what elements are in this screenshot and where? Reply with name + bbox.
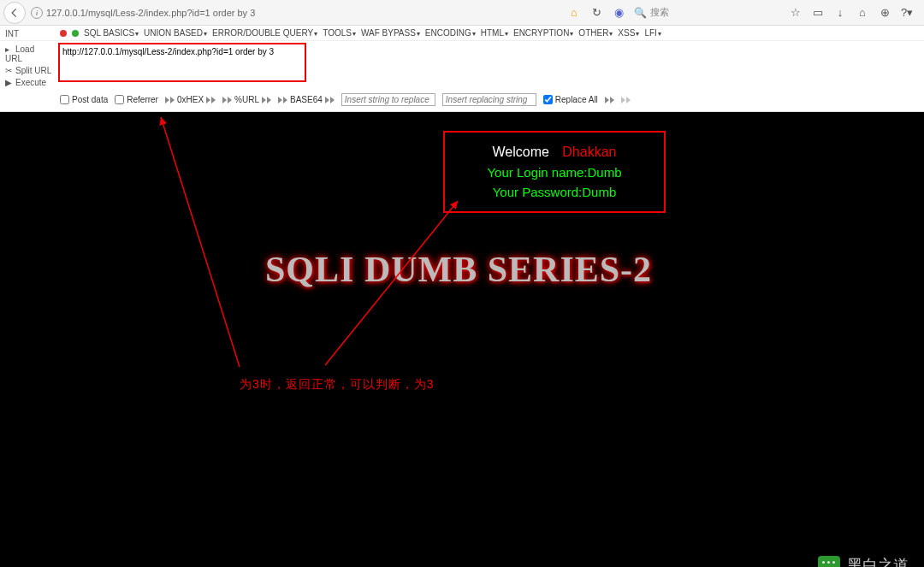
referrer-checkbox[interactable]: Referrer	[115, 95, 158, 104]
url-text: 127.0.0.1/mysql/Less-2/index.php?id=1 or…	[46, 8, 255, 18]
insert-string-input[interactable]	[341, 93, 435, 106]
url-encode[interactable]: %URL	[222, 95, 271, 104]
back-button[interactable]	[3, 2, 26, 24]
menu-lfi[interactable]: LFI	[644, 28, 660, 38]
welcome-label: Welcome	[493, 145, 549, 159]
svg-line-0	[161, 117, 240, 367]
status-dot-green	[72, 30, 79, 37]
hackbar-menu: SQL BASICS UNION BASED ERROR/DOUBLE QUER…	[0, 26, 924, 41]
globe-icon[interactable]: ⊕	[878, 6, 891, 20]
arrow-left-icon	[9, 7, 21, 19]
replace-string-input[interactable]	[442, 93, 536, 106]
clipboard-icon[interactable]: ▭	[811, 6, 825, 20]
reload-icon[interactable]: ↻	[589, 6, 603, 20]
menu-other[interactable]: OTHER	[578, 28, 613, 38]
url-field[interactable]: i 127.0.0.1/mysql/Less-2/index.php?id=1 …	[31, 7, 287, 19]
browser-addressbar: i 127.0.0.1/mysql/Less-2/index.php?id=1 …	[0, 0, 924, 26]
load-url-button[interactable]: ▸Load URL	[5, 44, 53, 63]
split-url-button[interactable]: ✂Split URL	[5, 66, 53, 75]
apply2-icon[interactable]	[621, 97, 631, 103]
annotation-text: 为3时，返回正常，可以判断，为3	[240, 377, 435, 393]
hackbar-url-input[interactable]	[58, 43, 306, 82]
page-banner: SQLI DUMB SERIES-2	[265, 249, 652, 290]
search-icon: 🔍	[634, 7, 647, 19]
page-content: Welcome Dhakkan Your Login name:Dumb You…	[0, 112, 924, 567]
welcome-box: Welcome Dhakkan Your Login name:Dumb You…	[443, 131, 666, 213]
int-label: INT	[5, 29, 19, 38]
downloads-icon[interactable]: ↓	[833, 6, 847, 20]
menu-sql-basics[interactable]: SQL BASICS	[84, 28, 139, 38]
menu-html[interactable]: HTML	[481, 28, 508, 38]
hex-encode[interactable]: 0xHEX	[165, 95, 216, 104]
menu-xss[interactable]: XSS	[618, 28, 639, 38]
execute-icon: ▶	[5, 78, 14, 86]
password-line: Your Password:Dumb	[453, 185, 655, 199]
load-icon: ▸	[5, 44, 14, 53]
help-icon[interactable]: ?▾	[900, 6, 914, 20]
home2-icon[interactable]: ⌂	[856, 6, 869, 20]
base64-encode[interactable]: BASE64	[278, 95, 335, 104]
menu-encryption[interactable]: ENCRYPTION	[513, 28, 573, 38]
search-placeholder: 搜索	[650, 6, 669, 19]
search-box[interactable]: 🔍 搜索	[634, 6, 669, 19]
info-icon: i	[31, 7, 43, 19]
menu-error-double[interactable]: ERROR/DOUBLE QUERY	[212, 28, 317, 38]
annotation-arrow-1	[137, 110, 257, 375]
watermark-text: 黑白之道	[847, 555, 909, 567]
execute-button[interactable]: ▶Execute	[5, 78, 53, 87]
watermark: 黑白之道	[818, 555, 909, 567]
menu-union-based[interactable]: UNION BASED	[144, 28, 207, 38]
hackbar-sidebar: ▸Load URL ✂Split URL ▶Execute	[5, 43, 53, 87]
toolbar-right: ⌂ ↻ ◉ 🔍 搜索 ☆ ▭ ↓ ⌂ ⊕ ?▾	[567, 6, 921, 20]
login-name-line: Your Login name:Dumb	[453, 165, 655, 180]
status-dot-red	[60, 30, 67, 37]
menu-encoding[interactable]: ENCODING	[425, 28, 476, 38]
welcome-name: Dhakkan	[562, 145, 616, 159]
hackbar-tools: Post data Referrer 0xHEX %URL BASE64 Rep…	[0, 91, 924, 112]
split-icon: ✂	[5, 66, 14, 74]
wechat-icon	[818, 556, 840, 567]
menu-tools[interactable]: TOOLS	[323, 28, 356, 38]
home-icon[interactable]: ⌂	[567, 6, 581, 20]
replace-all-checkbox[interactable]: Replace All	[543, 95, 598, 104]
shield-icon[interactable]: ◉	[612, 6, 625, 20]
menu-waf-bypass[interactable]: WAF BYPASS	[361, 28, 420, 38]
apply-icon[interactable]	[605, 97, 614, 103]
hackbar-panel: INT SQL BASICS UNION BASED ERROR/DOUBLE …	[0, 26, 924, 112]
post-data-checkbox[interactable]: Post data	[60, 95, 108, 104]
star-icon[interactable]: ☆	[789, 6, 803, 20]
